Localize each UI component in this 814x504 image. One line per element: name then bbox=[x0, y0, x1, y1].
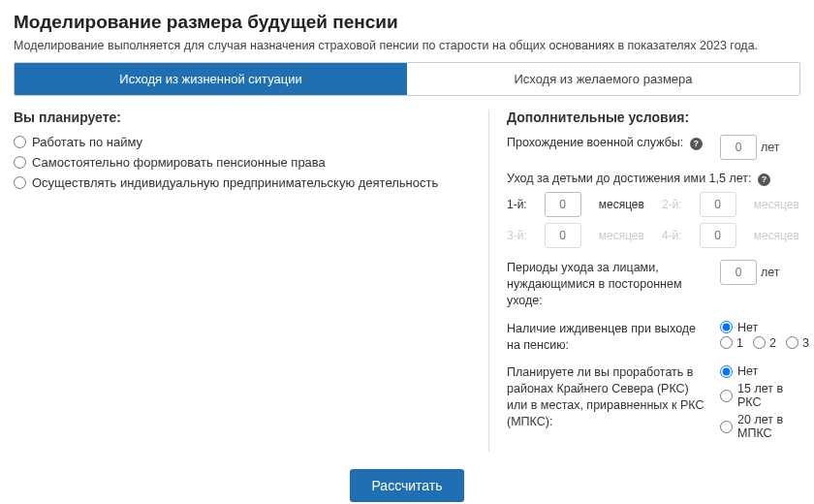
child-2-input[interactable] bbox=[700, 192, 736, 217]
dependents-option-1-label: 1 bbox=[736, 336, 743, 350]
child-2-ordinal: 2-й: bbox=[662, 198, 692, 211]
tabs: Исходя из жизненной ситуации Исходя из ж… bbox=[14, 62, 800, 96]
child-4-unit: месяцев bbox=[754, 229, 809, 242]
dependents-option-3-label: 3 bbox=[802, 336, 809, 350]
plan-option-2-label: Осуществлять индивидуальную предпринимат… bbox=[32, 175, 438, 190]
tab-situation[interactable]: Исходя из жизненной ситуации bbox=[15, 63, 407, 95]
dependents-option-0-label: Нет bbox=[737, 321, 758, 334]
child-1-input[interactable] bbox=[545, 192, 581, 217]
military-input[interactable] bbox=[720, 135, 757, 160]
page-subtitle: Моделирование выполняется для случая наз… bbox=[14, 39, 800, 52]
military-unit: лет bbox=[761, 141, 780, 154]
north-option-1-label: 15 лет в РКС bbox=[737, 382, 809, 409]
children-label: Уход за детьми до достижения ими 1,5 лет… bbox=[507, 172, 751, 185]
child-4-ordinal: 4-й: bbox=[662, 229, 692, 242]
page-title: Моделирование размера будущей пенсии bbox=[14, 12, 800, 33]
dependents-label: Наличие иждивенцев при выходе на пенсию: bbox=[507, 321, 710, 354]
care-input[interactable] bbox=[720, 260, 757, 285]
help-icon[interactable]: ? bbox=[690, 138, 703, 150]
child-1-ordinal: 1-й: bbox=[507, 198, 537, 211]
north-option-1-radio[interactable] bbox=[720, 390, 733, 402]
care-unit: лет bbox=[761, 266, 780, 279]
dependents-option-3-radio[interactable] bbox=[786, 336, 798, 349]
plan-option-1-label: Самостоятельно формировать пенсионные пр… bbox=[32, 155, 326, 170]
plan-option-0-radio[interactable] bbox=[14, 136, 26, 148]
care-label: Периоды ухода за лицами, нуждающимися в … bbox=[507, 260, 710, 309]
child-2-unit: месяцев bbox=[754, 198, 809, 211]
military-label: Прохождение военной службы: bbox=[507, 136, 683, 149]
child-1-unit: месяцев bbox=[599, 198, 654, 211]
help-icon[interactable]: ? bbox=[758, 173, 770, 186]
north-label: Планируете ли вы проработать в районах К… bbox=[507, 364, 710, 430]
plan-heading: Вы планируете: bbox=[14, 110, 469, 125]
tab-desired[interactable]: Исходя из желаемого размера bbox=[407, 63, 799, 95]
child-3-input[interactable] bbox=[545, 223, 581, 248]
plan-option-1-radio[interactable] bbox=[14, 156, 26, 169]
north-option-0-label: Нет bbox=[737, 364, 758, 378]
child-4-input[interactable] bbox=[700, 223, 736, 248]
plan-option-2-radio[interactable] bbox=[14, 176, 26, 189]
conditions-heading: Дополнительные условия: bbox=[507, 110, 809, 125]
north-option-2-radio[interactable] bbox=[720, 421, 733, 433]
child-3-ordinal: 3-й: bbox=[507, 229, 537, 242]
dependents-option-1-radio[interactable] bbox=[720, 336, 733, 349]
child-3-unit: месяцев bbox=[599, 229, 654, 242]
north-option-2-label: 20 лет в МПКС bbox=[737, 413, 809, 440]
dependents-option-0-radio[interactable] bbox=[720, 321, 733, 333]
dependents-option-2-radio[interactable] bbox=[753, 336, 766, 349]
calculate-button[interactable]: Рассчитать bbox=[350, 469, 463, 502]
north-option-0-radio[interactable] bbox=[720, 365, 733, 378]
dependents-option-2-label: 2 bbox=[769, 336, 776, 350]
plan-option-0-label: Работать по найму bbox=[32, 135, 142, 149]
